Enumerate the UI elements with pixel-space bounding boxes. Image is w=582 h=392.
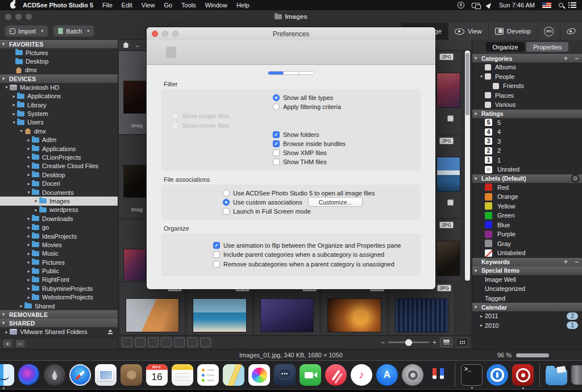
menu-item-help[interactable]: Help <box>236 2 250 9</box>
option-row-show-all-file-types[interactable]: Show all file types <box>161 93 421 102</box>
sidebar-item-doceri[interactable]: ▸ Doceri <box>0 179 118 187</box>
sidebar-item-shared[interactable]: ▸ Shared <box>0 302 118 310</box>
thumbnail-cell[interactable]: JPG <box>254 282 320 335</box>
category-checkbox[interactable] <box>485 92 491 98</box>
grid-view-button[interactable] <box>456 337 468 347</box>
dock-launchpad[interactable] <box>44 364 65 386</box>
sidebar-item-library[interactable]: ▸ Library <box>0 101 118 109</box>
dock-reminders[interactable] <box>197 364 219 386</box>
dock-calendar[interactable]: DEC 16 <box>146 364 168 386</box>
preferences-tab-view[interactable] <box>177 50 188 55</box>
special-item-uncategorized[interactable]: Uncategorized <box>472 284 582 294</box>
batch-button[interactable]: Batch▾ <box>53 25 94 37</box>
dock-finder[interactable] <box>0 364 14 386</box>
label-item-orange[interactable]: Orange <box>472 192 582 202</box>
rating-item-5[interactable]: 5 5 <box>472 118 582 128</box>
dock-onepassword[interactable] <box>487 364 508 386</box>
thumbnail-size-slider[interactable] <box>388 341 429 343</box>
calendar-year-item-2010[interactable]: ▸ 2010 1 <box>472 321 582 331</box>
dock-itunes[interactable] <box>351 364 372 386</box>
rating-item-4[interactable]: 4 4 <box>472 127 582 137</box>
category-checkbox[interactable] <box>485 73 491 80</box>
option-row-use-custom-associations[interactable]: Use custom associations Customize... <box>161 198 421 207</box>
option-row-browse-inside-bundles[interactable]: Browse inside bundles <box>161 139 421 148</box>
option-control[interactable] <box>213 242 220 249</box>
option-control[interactable] <box>213 251 220 258</box>
thumbnail-cell[interactable]: JPG <box>321 282 387 335</box>
preferences-tab-status-bar[interactable] <box>223 50 233 55</box>
sidebar-item-users[interactable]: ▾ Users <box>0 118 118 127</box>
option-row-use-acdsee-photo-studio-5-to-open-all-image-files[interactable]: Use ACDSee Photo Studio 5 to open all im… <box>161 189 421 198</box>
sidebar-item-pictures[interactable]: Pictures <box>0 48 118 57</box>
option-control[interactable] <box>223 199 230 206</box>
calendar-year-item-2011[interactable]: ▸ 2011 2 <box>472 311 582 321</box>
option-row-show-folders[interactable]: Show folders <box>161 130 421 139</box>
dialog-zoom-button[interactable] <box>172 31 178 37</box>
develop-mode-button[interactable]: Develop <box>488 23 537 40</box>
sidebar-item-ideaprojects[interactable]: ▸ IdeaProjects <box>0 232 118 240</box>
option-row-remove-subcategories-when-a-parent-category-is-unassigned[interactable]: Remove subcategories when a parent categ… <box>161 259 421 268</box>
menu-clock[interactable]: Sun 7:46 AM <box>499 2 535 9</box>
category-item-albums[interactable]: Albums <box>472 62 582 72</box>
dock-notes[interactable] <box>172 364 193 386</box>
label-item-gray[interactable]: Gray <box>472 239 582 249</box>
remove-category-button[interactable]: − <box>575 55 579 62</box>
rating-item-3[interactable]: 3 3 <box>472 137 582 147</box>
toolbar-icon[interactable] <box>187 337 198 347</box>
option-control[interactable] <box>273 149 280 156</box>
sidebar-item-public[interactable]: ▸ Public <box>0 266 118 275</box>
window-zoom-button[interactable] <box>26 14 32 20</box>
toolbar-icon[interactable] <box>148 337 159 347</box>
sidebar-item-desktop[interactable]: Desktop <box>0 57 118 65</box>
option-row-use-animation-to-flip-between-the-organize-and-properties-pane[interactable]: Use animation to flip between the Organi… <box>161 241 421 250</box>
sidebar-item-rightfont[interactable]: ▸ RightFont <box>0 276 118 284</box>
rating-item-2[interactable]: 2 2 <box>472 146 582 156</box>
dock-messages[interactable] <box>274 364 296 386</box>
favorites-header[interactable]: ▾FAVORITES <box>0 40 118 48</box>
category-checkbox[interactable] <box>485 64 491 70</box>
labels-settings-gear-icon[interactable] <box>572 175 579 182</box>
sidebar-item-desktop[interactable]: ▸ Desktop <box>0 170 118 179</box>
rating-item-unrated[interactable]: ✕ Unrated <box>472 165 582 174</box>
segment-tab-thumbnails[interactable] <box>284 72 299 74</box>
sidebar-item-applications[interactable]: ▸ Applications <box>0 144 118 153</box>
list-view-button[interactable] <box>440 337 452 347</box>
thumbnail-cell[interactable]: JPG <box>435 219 462 281</box>
sidebar-item-creative-cloud-files[interactable]: ▸ Creative Cloud Files <box>0 162 118 170</box>
toolbar-icon[interactable] <box>135 337 146 347</box>
sidebar-item-dmx[interactable]: dmx <box>0 66 118 74</box>
sidebar-item-macintosh-hd[interactable]: ▾ Macintosh HD <box>0 83 118 91</box>
option-row-include-parent-categories-when-a-subcategory-is-assigned[interactable]: Include parent categories when a subcate… <box>161 250 421 259</box>
preferences-tab-general[interactable] <box>155 50 165 55</box>
sidebar-item-vmware-shared-folders[interactable]: ▸ VMware Shared Folders <box>0 327 118 336</box>
tab-organize[interactable]: Organize <box>486 42 525 52</box>
preferences-tab-devices[interactable] <box>200 50 210 55</box>
dock-news[interactable] <box>325 364 347 386</box>
menu-item-tools[interactable]: Tools <box>181 2 196 9</box>
thumbnail-checkbox[interactable] <box>447 115 454 122</box>
thumbnail-cell-imag[interactable]: Imag <box>118 219 148 281</box>
preferences-tab-manage[interactable] <box>166 47 176 58</box>
sidebar-item-applications[interactable]: ▸ Applications <box>0 92 118 101</box>
option-control[interactable] <box>273 94 280 101</box>
option-row-apply-filtering-criteria[interactable]: Apply filtering criteria <box>161 102 421 111</box>
remove-folder-button[interactable]: − <box>15 340 25 348</box>
add-keyword-button[interactable]: + <box>564 258 568 266</box>
label-item-blue[interactable]: Blue <box>472 220 582 230</box>
back-icon[interactable]: ← <box>135 41 141 48</box>
dock-appstore[interactable] <box>376 364 398 386</box>
option-control[interactable] <box>172 122 178 129</box>
sidebar-item-webstormprojects[interactable]: ▸ WebstormProjects <box>0 293 118 302</box>
categories-header[interactable]: ▾Categories + − <box>472 54 582 62</box>
option-control[interactable] <box>273 131 280 138</box>
special-item-tagged[interactable]: Tagged <box>472 294 582 303</box>
toolbar-icon[interactable] <box>174 337 185 347</box>
special-items-header[interactable]: ▾Special Items <box>472 266 582 275</box>
label-item-red[interactable]: Red <box>472 183 582 193</box>
category-item-various[interactable]: Various <box>472 100 582 110</box>
dock-downloads[interactable] <box>546 368 567 385</box>
spotlight-search-icon[interactable] <box>559 3 563 7</box>
zoom-out-button[interactable]: − <box>381 339 385 347</box>
dock-terminal[interactable] <box>461 364 483 386</box>
removable-header[interactable]: ▾REMOVABLE <box>0 310 118 319</box>
